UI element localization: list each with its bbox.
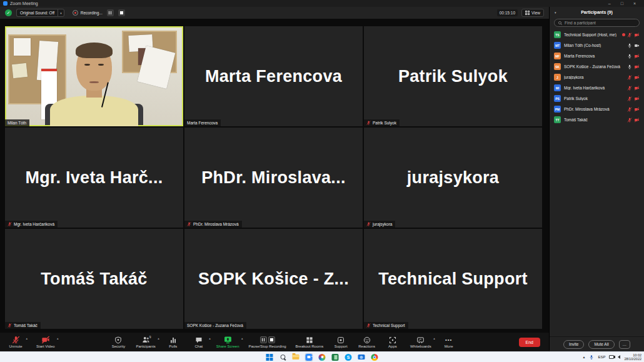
original-sound-button[interactable]: Original Sound: Off xyxy=(16,9,58,17)
breakout-rooms-button[interactable]: Breakout Rooms xyxy=(296,336,324,348)
mute-all-button[interactable]: Mute All xyxy=(588,340,614,349)
person-torso xyxy=(50,96,138,126)
apps-button[interactable]: Apps xyxy=(385,336,401,348)
unmute-options-chevron[interactable]: ▴ xyxy=(26,336,28,340)
video-tile-miroslava-mrazova[interactable]: PhDr. Miroslava... PhDr. Miroslava Mrázo… xyxy=(184,128,363,228)
meeting-timer: 00:15:10 xyxy=(497,9,518,16)
stop-recording-icon[interactable] xyxy=(268,336,275,343)
minimize-button[interactable]: – xyxy=(608,1,611,6)
participant-name-label: PhDr. Miroslava Mrázová xyxy=(193,222,239,226)
avatar: TS xyxy=(554,31,561,38)
encryption-shield-icon[interactable]: ✓ xyxy=(5,9,12,16)
windows-taskbar: S ▲ ESP 10:02 28/10/2022 xyxy=(0,351,644,362)
participant-row[interactable]: PM PhDr. Miroslava Mrázová xyxy=(550,104,644,114)
camera-on-icon xyxy=(634,43,640,48)
stop-recording-button[interactable] xyxy=(118,9,125,16)
video-tile-patrik-sulyok[interactable]: Patrik Sulyok Patrik Sulyok xyxy=(364,26,542,126)
security-button[interactable]: Security xyxy=(110,336,126,348)
camera-off-icon xyxy=(634,96,640,101)
pause-recording-icon[interactable] xyxy=(260,336,267,343)
video-tile-sopk-kosice[interactable]: SOPK Košice - Z... SOPK Košice - Zuzana … xyxy=(184,229,363,329)
video-tile-milan-toth[interactable]: Milan Tóth xyxy=(5,26,183,126)
participants-options-chevron[interactable]: ▴ xyxy=(158,336,159,340)
camera-app-button[interactable] xyxy=(358,353,366,361)
view-button[interactable]: View xyxy=(521,9,544,17)
polls-button[interactable]: Polls xyxy=(165,336,181,348)
tray-mic-icon[interactable] xyxy=(589,354,594,360)
participant-row[interactable]: SK SOPK Košice - Zuzana Fečová xyxy=(550,61,644,72)
chat-button[interactable]: ▴ Chat xyxy=(191,336,207,348)
taskbar-clock[interactable]: 10:02 28/10/2022 xyxy=(624,353,641,361)
recording-indicator: Recording... xyxy=(73,9,125,16)
participant-row[interactable]: PS Patrik Sulyok xyxy=(550,93,644,104)
mic-muted-icon xyxy=(627,107,632,112)
share-screen-icon xyxy=(224,336,232,344)
green-app-button[interactable] xyxy=(331,353,340,361)
video-options-chevron[interactable]: ▴ xyxy=(57,336,59,340)
video-tile-jurajsykora[interactable]: jurajsykora jurajsykora xyxy=(364,128,542,228)
participant-row[interactable]: J jurajsykora xyxy=(550,72,644,83)
language-indicator[interactable]: ESP xyxy=(598,355,605,359)
start-video-button[interactable]: ▴ Start Video xyxy=(36,336,55,348)
color-wheel-app-button[interactable] xyxy=(318,353,326,361)
panel-collapse-chevron[interactable]: ▾ xyxy=(555,11,556,14)
participant-display-name: Technical Support xyxy=(378,269,528,289)
chat-options-chevron[interactable]: ▴ xyxy=(209,336,211,340)
participants-panel-header: ▾ Participants (9) xyxy=(550,7,644,18)
participant-name: Technical Support (Host, me) xyxy=(564,33,619,37)
search-icon xyxy=(558,21,563,26)
participant-row[interactable]: TT Tomáš Takáč xyxy=(550,114,644,125)
muted-mic-icon xyxy=(187,222,191,226)
more-options-button[interactable]: … xyxy=(619,340,631,349)
whiteboards-options-chevron[interactable]: ▴ xyxy=(433,336,435,340)
zoom-taskbar-button[interactable] xyxy=(305,353,313,361)
maximize-button[interactable]: □ xyxy=(621,1,623,6)
video-tile-tomas-takac[interactable]: Tomáš Takáč Tomáš Takáč xyxy=(5,229,183,329)
original-sound-control: Original Sound: Off ▾ xyxy=(16,9,64,17)
skype-icon: S xyxy=(345,354,352,361)
reactions-button[interactable]: Reactions xyxy=(358,336,375,348)
start-button[interactable] xyxy=(266,353,274,361)
video-tile-marta-ferencova[interactable]: Marta Ferencova Marta Ferencova xyxy=(184,26,363,126)
reactions-icon xyxy=(363,336,371,344)
participant-name-label: Milan Tóth xyxy=(8,121,26,125)
participant-row[interactable]: MI Mgr. Iveta Harčariková xyxy=(550,83,644,93)
whiteboards-button[interactable]: ▴ Whiteboards xyxy=(410,336,431,348)
tray-hidden-icons-chevron[interactable]: ▲ xyxy=(583,355,586,359)
time-label: 10:02 xyxy=(633,353,641,357)
participant-row[interactable]: TS Technical Support (Host, me) xyxy=(550,29,644,40)
more-button[interactable]: ••• More xyxy=(441,336,457,348)
end-meeting-button[interactable]: End xyxy=(519,338,540,347)
participant-row[interactable]: MF Marta Ferencova xyxy=(550,51,644,61)
video-tile-iveta-harcarikova[interactable]: Mgr. Iveta Harč... Mgr. Iveta Harčarikov… xyxy=(5,128,183,228)
share-screen-button[interactable]: ▴ Share Screen xyxy=(216,336,239,348)
pause-recording-button[interactable] xyxy=(107,9,114,16)
color-wheel-icon xyxy=(319,354,326,361)
participant-name: Milan Tóth (Co-host) xyxy=(564,43,624,48)
participant-row[interactable]: MT Milan Tóth (Co-host) xyxy=(550,40,644,51)
speaker-icon[interactable] xyxy=(618,355,620,359)
skype-button[interactable]: S xyxy=(345,353,353,361)
participant-search[interactable] xyxy=(554,19,640,27)
close-button[interactable]: × xyxy=(633,1,636,6)
tile-name-tag: Marta Ferencova xyxy=(184,119,221,126)
tile-name-tag: PhDr. Miroslava Mrázová xyxy=(184,221,242,228)
chrome-button[interactable] xyxy=(371,353,379,361)
original-sound-dropdown[interactable]: ▾ xyxy=(58,9,64,17)
share-options-chevron[interactable]: ▴ xyxy=(241,336,243,340)
participant-display-name: Patrik Sulyok xyxy=(398,67,508,86)
participants-button[interactable]: ▴ 9 Participants xyxy=(136,336,155,348)
support-button[interactable]: Support xyxy=(333,336,349,348)
participant-display-name: Mgr. Iveta Harč... xyxy=(26,168,163,188)
search-input[interactable] xyxy=(565,21,636,25)
participant-name: PhDr. Miroslava Mrázová xyxy=(564,107,624,111)
taskbar-search-button[interactable] xyxy=(279,353,287,361)
unmute-button[interactable]: ▴ Unmute xyxy=(8,336,24,348)
invite-button[interactable]: Invite xyxy=(563,340,585,349)
video-tile-technical-support[interactable]: Technical Support Technical Support xyxy=(364,229,542,329)
apps-icon xyxy=(389,336,396,344)
view-label: View xyxy=(531,11,540,15)
pause-stop-recording-button[interactable]: Pause/Stop Recording xyxy=(249,336,286,348)
muted-mic-icon xyxy=(366,222,371,226)
file-explorer-button[interactable] xyxy=(292,353,300,361)
